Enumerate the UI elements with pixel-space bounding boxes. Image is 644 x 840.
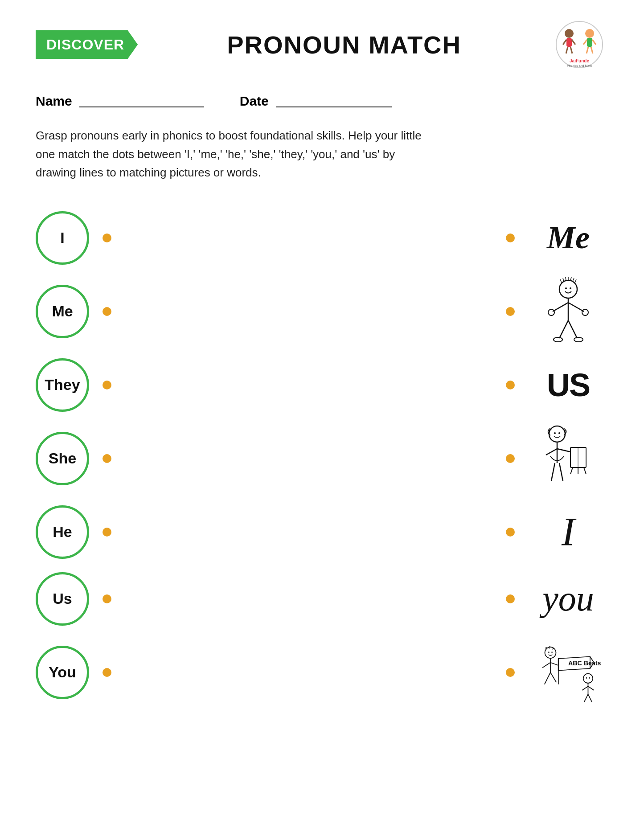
date-label: Date [240,94,269,109]
pronoun-label-I: I [60,229,64,246]
right-content-kids-abc: ABC Beats [528,637,608,708]
left-You: You [36,646,111,699]
right-dot-I[interactable] [506,528,515,537]
pronoun-label-You: You [49,664,76,681]
right-I: I [506,509,608,555]
name-label: Name [36,94,72,109]
pronoun-label-She: She [49,450,76,467]
left-dot-I[interactable] [103,234,111,242]
svg-text:JaiFunde: JaiFunde [570,58,589,63]
right-text-you: you [542,578,594,619]
right-content-boy [528,276,608,347]
svg-line-21 [573,278,574,281]
girl-reading-icon [533,423,604,494]
pronoun-circle-Me: Me [36,285,89,338]
svg-line-17 [563,278,564,281]
name-input-line[interactable] [79,95,204,107]
date-input-line[interactable] [276,95,392,107]
match-row-She: She [36,418,608,499]
svg-point-49 [551,652,553,653]
pronoun-circle-I: I [36,211,89,265]
right-dot-you[interactable] [506,594,515,603]
discover-badge: DISCOVER [36,30,138,59]
svg-line-20 [570,277,571,280]
svg-line-16 [560,279,562,283]
svg-line-45 [551,463,555,481]
svg-point-58 [586,677,587,679]
left-They: They [36,358,111,412]
svg-line-62 [588,686,594,690]
svg-point-48 [548,652,550,653]
svg-point-34 [549,426,565,442]
logo-icon: JaiFunde Phonics and Math [555,20,604,69]
page: DISCOVER PRONOUN MATCH [0,0,644,840]
kids-abc-icon: ABC Beats [533,637,604,708]
svg-point-33 [574,337,583,342]
match-row-They: They US [36,352,608,418]
right-dot-Me[interactable] [506,234,515,242]
svg-line-39 [557,449,570,452]
svg-point-36 [558,432,560,434]
name-field: Name [36,94,204,109]
match-row-You: You [36,632,608,713]
svg-point-47 [545,647,556,658]
right-dot-US[interactable] [506,381,515,389]
right-girl-reading [506,423,608,494]
left-dot-He[interactable] [103,528,111,537]
matching-area: I Me Me [36,205,608,713]
svg-rect-8 [587,38,592,47]
svg-point-32 [554,337,562,342]
left-He: He [36,505,111,559]
svg-line-43 [584,467,586,474]
match-row-Us: Us you [36,565,608,632]
description-text: Grasp pronouns early in phonics to boost… [36,127,437,182]
right-US: US [506,367,608,403]
svg-point-57 [583,673,593,683]
pronoun-label-He: He [53,523,72,541]
svg-point-59 [589,677,591,679]
svg-line-31 [568,320,577,338]
svg-line-51 [542,663,550,668]
left-Us: Us [36,572,111,626]
right-text-Me: Me [547,219,590,256]
svg-point-28 [548,309,554,316]
svg-point-24 [570,287,571,289]
logo: JaiFunde Phonics and Math [550,18,608,71]
right-Me: Me [506,219,608,256]
svg-line-46 [559,463,563,481]
svg-point-29 [582,309,588,316]
svg-text:ABC Beats: ABC Beats [568,660,601,667]
svg-line-64 [588,694,592,702]
pronoun-circle-Us: Us [36,572,89,626]
match-row-He: He I [36,499,608,565]
right-content-US: US [528,367,608,403]
right-dot-girl-reading[interactable] [506,454,515,463]
left-dot-They[interactable] [103,381,111,389]
right-dot-kids-abc[interactable] [506,668,515,677]
page-title: PRONOUN MATCH [138,30,550,59]
svg-text:Phonics and Math: Phonics and Math [567,64,592,67]
svg-point-7 [585,29,594,38]
svg-line-61 [582,686,588,690]
right-text-I: I [562,509,575,555]
left-dot-You[interactable] [103,668,111,677]
right-you: you [506,578,608,619]
pronoun-circle-She: She [36,432,89,485]
svg-line-18 [566,277,566,280]
date-field: Date [240,94,392,109]
right-content-I: I [528,509,608,555]
right-dot-boy[interactable] [506,307,515,316]
svg-line-42 [570,467,573,474]
svg-line-26 [553,303,568,311]
pronoun-label-Us: Us [53,590,72,607]
right-kids-abc: ABC Beats [506,637,608,708]
left-dot-Me[interactable] [103,307,111,316]
svg-line-27 [568,303,584,311]
match-row-I: I Me [36,205,608,271]
svg-point-1 [565,29,574,38]
left-I: I [36,211,111,265]
right-content-you: you [528,578,608,619]
left-dot-Us[interactable] [103,594,111,603]
header: DISCOVER PRONOUN MATCH [36,18,608,71]
left-dot-She[interactable] [103,454,111,463]
